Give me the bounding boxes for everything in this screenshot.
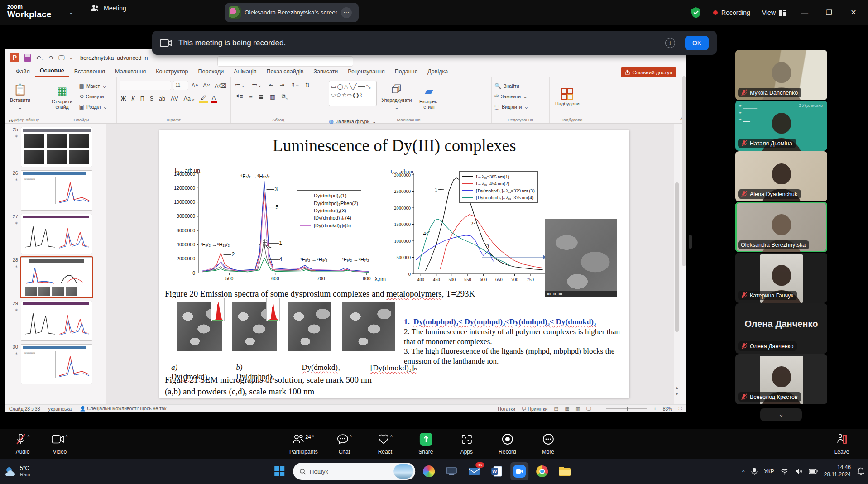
slide-thumbnail-28[interactable] [21,257,92,297]
share-button[interactable]: Share [411,433,440,455]
ribbon-tab-Малювання[interactable]: Малювання [110,67,151,77]
ribbon-tab-Переходи[interactable]: Переходи [193,67,229,77]
record-button[interactable]: Record [493,433,522,455]
addins-button[interactable]: Надбудови [552,79,582,115]
scroll-participants-button[interactable]: ⌄ [760,408,802,421]
ok-button[interactable]: OK [685,36,709,50]
maximize-button[interactable]: ❐ [823,8,835,17]
select-button[interactable]: ⬚Виділити⌄ [494,102,528,111]
numbering-icon[interactable]: ≕⌄ [250,81,264,89]
search-box[interactable]: Пошук [293,463,415,480]
ribbon-tab-Анімація[interactable]: Анімація [229,67,261,77]
font-name-combobox[interactable] [120,81,171,90]
section-button[interactable]: ▣Розділ⌄ [79,102,108,111]
tab-options-button[interactable]: ⋯ [341,7,352,18]
line-spacing-icon[interactable]: ⇕≡ [289,81,300,89]
ribbon-tab-Записати[interactable]: Записати [308,67,343,77]
next-slide-button[interactable]: ▼ [674,391,680,397]
zoom-slider[interactable] [606,408,647,409]
shapes-gallery[interactable]: ▭◯△╲╱⟶⤡⬭⬠☆⇨❮❯⌇ [329,81,377,106]
more-button[interactable]: More [533,433,562,455]
quick-styles-button[interactable]: ▰ Експрес- стилі [417,79,441,115]
chevron-up-icon[interactable]: ˄ [349,434,352,439]
increase-indent-icon[interactable]: ⇥ [278,81,285,89]
slide-thumbnail-26[interactable]: ▤▤▤▤▤ [21,170,92,211]
accessibility-status[interactable]: 👤 Спеціальні можливості: щось не так [80,406,166,412]
taskbar-app-mail[interactable]: 06 [465,462,483,480]
apps-button[interactable]: Apps [452,433,481,455]
window-edge-divider[interactable] [689,235,692,249]
notes-button[interactable]: ≡ Нотатки [494,406,515,412]
language-switcher[interactable]: УКР [764,468,774,474]
grow-font-icon[interactable]: A˄ [190,82,200,89]
slide-thumbnail-30[interactable]: ▤▤▤▤▤ [21,344,92,384]
tray-mic-icon[interactable] [751,467,758,475]
character-spacing-icon[interactable]: A̲V̲ [169,95,180,102]
slide-thumbnail-29[interactable] [21,301,92,341]
redo-icon[interactable]: ↷ [48,54,54,62]
align-left-icon[interactable]: ⯇≡ [234,93,244,101]
bullets-icon[interactable]: ≔⌄ [234,81,247,89]
share-access-button[interactable]: Спільний доступ [621,67,676,77]
slide-thumbnail-27[interactable] [21,214,92,254]
clock[interactable]: 14:46 28.11.2024 [824,464,851,478]
participant-tile-video[interactable]: Катерина Ганчук [735,253,827,303]
taskbar-app-photos[interactable] [420,462,438,480]
powerpoint-search-box[interactable] [217,56,353,67]
align-center-icon[interactable]: ≡ [248,93,254,101]
chevron-up-icon[interactable]: ˄ [390,434,393,439]
taskbar-app-zoom[interactable] [510,462,528,480]
ribbon-tab-Показ слайдів[interactable]: Показ слайдів [262,67,309,77]
reading-view-icon[interactable]: ▥ [575,406,580,412]
participant-tile-video[interactable]: Всеволод Крєстов [735,354,827,404]
ribbon-tab-Конструктор[interactable]: Конструктор [151,67,193,77]
quick-access-customize-icon[interactable]: ⌄ [69,55,73,60]
battery-icon[interactable] [809,469,818,474]
bold-button[interactable]: Ж [120,95,127,102]
replace-button[interactable]: ᵃᵇЗамінити⌄ [494,91,528,101]
ribbon-tab-Основне[interactable]: Основне [35,66,69,77]
start-button[interactable] [270,462,288,480]
text-direction-icon[interactable]: ⇅ [304,81,311,89]
new-slide-button[interactable]: ▦ Створити слайд [49,79,75,115]
participant-tile-video[interactable]: Mykola Danchenko [735,50,827,100]
zoom-percentage[interactable]: 83% [663,406,672,412]
scrollbar-thumb[interactable] [675,182,679,332]
smartart-convert-icon[interactable]: ⧉⌄ [280,93,290,101]
ribbon-tab-Довідка[interactable]: Довідка [422,67,453,77]
zoom-out-icon[interactable]: − [597,406,600,412]
change-case-icon[interactable]: Aa⌄ [182,95,197,102]
view-button[interactable]: View [762,9,786,16]
participants-button[interactable]: 24˄Participants [289,433,318,455]
participant-tile-video[interactable]: Oleksandra Berezhnytska [735,202,827,252]
search-highlight-image[interactable] [393,464,413,479]
slide-sorter-icon[interactable]: ▦ [565,406,569,412]
arrange-button[interactable]: 🗇 Упорядкувати⌄ [379,79,414,115]
notifications-bell-icon[interactable] [857,467,864,475]
comments-button[interactable]: 🗩 Примітки [522,406,548,412]
reset-button[interactable]: ⟲Скинути [79,91,108,101]
taskbar-app-device[interactable] [442,462,460,480]
layout-button[interactable]: ▤Макет⌄ [79,81,108,91]
chat-button[interactable]: ˄Chat [330,433,359,455]
fit-slide-icon[interactable]: ⛶ [679,406,682,412]
ribbon-tab-Файл[interactable]: Файл [11,67,35,77]
language-indicator[interactable]: українська [48,406,72,412]
save-icon[interactable] [24,54,31,62]
canvas-scrollbar[interactable]: ▲ ▼ [674,124,680,404]
participant-tile-video[interactable]: ❧ ▁▁▁▁❧ ▁▁▁❧ ▁▁З Укр. інськиНаталя ДьомІ… [735,101,827,151]
chevron-up-icon[interactable]: ˄ [27,434,30,439]
taskbar-app-explorer[interactable] [556,462,574,480]
security-shield-icon[interactable] [691,7,701,19]
audio-button[interactable]: ˄Audio [8,433,37,455]
minimize-button[interactable]: — [798,9,811,17]
participant-tile-no-video[interactable]: Олена ДанченкоОлена Данченко [735,303,827,354]
zoom-in-icon[interactable]: + [653,406,656,412]
ribbon-tab-Рецензування[interactable]: Рецензування [343,67,389,77]
slide-thumbnail-25[interactable] [21,127,92,167]
close-button[interactable]: ✕ [847,8,860,17]
previous-slide-button[interactable]: ▲ [674,385,680,391]
undo-icon[interactable]: ↶⌄ [36,54,44,62]
columns-icon[interactable]: ▥ [269,93,277,101]
align-right-icon[interactable]: ≣ [258,93,265,101]
